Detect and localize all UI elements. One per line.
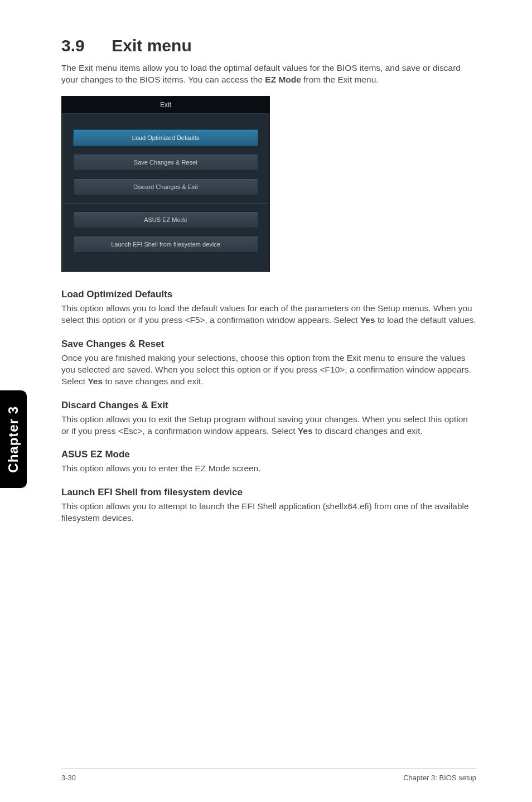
load-defaults-heading: Load Optimized Defaults bbox=[61, 289, 476, 300]
section-title-text: Exit menu bbox=[112, 36, 191, 55]
launch-efi-heading: Launch EFI Shell from filesystem device bbox=[61, 487, 476, 498]
save-reset-heading: Save Changes & Reset bbox=[61, 339, 476, 350]
ez-mode-body: This option allows you to enter the EZ M… bbox=[61, 462, 476, 474]
ez-mode-heading: ASUS EZ Mode bbox=[61, 449, 476, 460]
footer-chapter-label: Chapter 3: BIOS setup bbox=[403, 774, 476, 782]
intro-text-a: The Exit menu items allow you to load th… bbox=[61, 63, 461, 84]
bios-exit-menu: Exit Load Optimized Defaults Save Change… bbox=[61, 96, 270, 272]
load-defaults-body: This option allows you to load the defau… bbox=[61, 302, 476, 326]
page-footer: 3-30 Chapter 3: BIOS setup bbox=[0, 769, 532, 782]
footer-page-number: 3-30 bbox=[61, 774, 76, 782]
save-reset-body: Once you are finished making your select… bbox=[61, 352, 476, 388]
discard-exit-body: This option allows you to exit the Setup… bbox=[61, 413, 476, 437]
section-heading: 3.9 Exit menu bbox=[61, 36, 476, 55]
launch-efi-body: This option allows you to attempt to lau… bbox=[61, 500, 476, 524]
footer-line: 3-30 Chapter 3: BIOS setup bbox=[61, 769, 476, 782]
bios-divider bbox=[62, 203, 269, 204]
discard-exit-heading: Discard Changes & Exit bbox=[61, 400, 476, 411]
content: 3.9 Exit menu The Exit menu items allow … bbox=[0, 0, 532, 524]
chapter-side-tab-label: Chapter 3 bbox=[6, 406, 21, 473]
chapter-side-tab: Chapter 3 bbox=[0, 390, 27, 488]
page: Chapter 3 3.9 Exit menu The Exit menu it… bbox=[0, 0, 532, 802]
bios-launch-efi-button[interactable]: Launch EFI Shell from filesystem device bbox=[73, 236, 258, 253]
save-reset-text-b: to save changes and exit. bbox=[103, 376, 203, 386]
bios-titlebar: Exit bbox=[62, 96, 269, 114]
bios-ez-mode-label: ASUS EZ Mode bbox=[144, 216, 187, 223]
bios-ez-mode-button[interactable]: ASUS EZ Mode bbox=[73, 211, 258, 228]
intro-text-b: from the Exit menu. bbox=[301, 75, 379, 84]
bios-body: Load Optimized Defaults Save Changes & R… bbox=[62, 114, 269, 253]
bios-save-reset-label: Save Changes & Reset bbox=[134, 159, 197, 166]
load-defaults-yes: Yes bbox=[360, 315, 375, 325]
save-reset-yes: Yes bbox=[88, 376, 103, 386]
discard-exit-yes: Yes bbox=[298, 426, 313, 436]
bios-launch-efi-label: Launch EFI Shell from filesystem device bbox=[111, 241, 220, 248]
bios-title: Exit bbox=[160, 101, 171, 109]
discard-exit-text-b: to discard changes and exit. bbox=[313, 426, 423, 436]
intro-paragraph: The Exit menu items allow you to load th… bbox=[61, 62, 476, 86]
bios-save-reset-button[interactable]: Save Changes & Reset bbox=[73, 154, 258, 171]
bios-discard-exit-label: Discard Changes & Exit bbox=[133, 183, 198, 190]
load-defaults-text-b: to load the default values. bbox=[375, 315, 476, 325]
intro-ezmode-bold: EZ Mode bbox=[265, 75, 301, 84]
bios-load-defaults-button[interactable]: Load Optimized Defaults bbox=[73, 129, 258, 146]
bios-load-defaults-label: Load Optimized Defaults bbox=[132, 134, 199, 141]
section-number: 3.9 bbox=[61, 36, 107, 55]
bios-discard-exit-button[interactable]: Discard Changes & Exit bbox=[73, 178, 258, 195]
